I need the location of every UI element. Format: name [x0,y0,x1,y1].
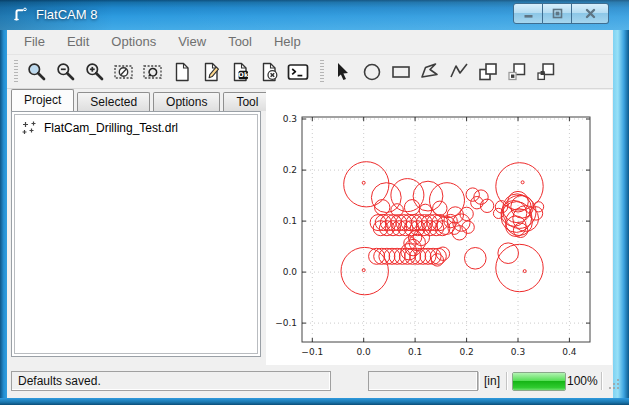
drill-circles [341,162,544,295]
status-separator [601,372,602,390]
tree-item-label: FlatCam_Drilling_Test.drl [44,121,178,135]
clear-plot-button[interactable] [109,58,138,86]
status-separator [478,372,479,390]
copy-shape-icon [476,60,500,84]
draw-path-icon [447,60,471,84]
progress-percent: 100% [567,371,598,391]
drill-points-icon [21,120,37,136]
menu-view[interactable]: View [167,30,217,54]
move-shape-button[interactable] [502,58,531,86]
toolbar-drag-handle[interactable] [14,60,18,84]
window-border-bottom [0,398,629,405]
svg-text:0.3: 0.3 [283,114,297,124]
copy-shape-button[interactable] [473,58,502,86]
file-ok-button[interactable]: Ok [225,58,254,86]
status-separator [506,372,507,390]
close-button[interactable] [572,3,609,24]
svg-text:0.0: 0.0 [357,347,372,357]
window-border-left [0,30,7,398]
select-pointer-button[interactable] [328,58,357,86]
zoom-fit-icon [25,60,49,84]
menu-file[interactable]: File [13,30,56,54]
status-bar: Defaults saved. [in] 100% [7,368,613,398]
tab-options[interactable]: Options [153,92,220,111]
window-title: FlatCAM 8 [36,0,97,30]
close-icon [585,8,596,19]
svg-text:0.1: 0.1 [283,216,297,226]
move-shape-icon [505,60,529,84]
tab-project[interactable]: Project [11,89,74,111]
title-bar[interactable]: FlatCAM 8 [0,0,629,30]
menu-edit[interactable]: Edit [56,30,100,54]
svg-text:0.2: 0.2 [283,165,297,175]
svg-text:0.0: 0.0 [283,267,298,277]
tree-item[interactable]: FlatCam_Drilling_Test.drl [15,115,257,141]
shell-icon [286,60,310,84]
plot-canvas[interactable]: −0.10.00.10.20.30.4−0.10.00.10.20.3 [266,90,612,365]
menu-bar: File Edit Options View Tool Help [7,30,613,55]
progress-bar-fill [513,373,565,390]
draw-rectangle-button[interactable] [386,58,415,86]
menu-tool[interactable]: Tool [217,30,263,54]
plot-toolbar-group: Ok [22,58,312,86]
minimize-icon [523,8,534,19]
file-cancel-icon [257,60,281,84]
window-border-right [613,30,629,398]
new-file-icon [170,60,194,84]
maximize-icon [552,8,563,19]
flatcam-logo-icon [12,6,29,23]
zoom-out-button[interactable] [51,58,80,86]
edit-file-icon [199,60,223,84]
svg-text:−0.1: −0.1 [275,318,297,328]
maximize-button[interactable] [543,3,572,24]
svg-text:Ok: Ok [238,71,249,79]
zoom-in-icon [83,60,107,84]
menu-help[interactable]: Help [263,30,312,54]
draw-polygon-icon [418,60,442,84]
draw-circle-button[interactable] [357,58,386,86]
status-aux-panel [368,371,478,391]
status-message: Defaults saved. [11,371,331,391]
zoom-fit-button[interactable] [22,58,51,86]
zoom-out-icon [54,60,78,84]
draw-polygon-button[interactable] [415,58,444,86]
svg-text:0.4: 0.4 [562,347,577,357]
plot-axes-frame [302,117,590,342]
edit-file-button[interactable] [196,58,225,86]
geometry-toolbar-group [328,58,560,86]
toolbar-drag-handle[interactable] [320,60,324,84]
plot-area: −0.10.00.10.20.30.4−0.10.00.10.20.3 [266,90,612,365]
left-panel-tabs: Project Selected Options Tool [7,89,274,111]
project-panel: FlatCam_Drilling_Test.drl [11,111,261,357]
new-file-button[interactable] [167,58,196,86]
shell-button[interactable] [283,58,312,86]
file-cancel-button[interactable] [254,58,283,86]
file-ok-icon: Ok [228,60,252,84]
clear-plot-icon [112,60,136,84]
window-controls [513,3,609,22]
draw-rectangle-icon [389,60,413,84]
project-tree: FlatCam_Drilling_Test.drl [14,114,258,354]
svg-text:0.3: 0.3 [511,347,525,357]
select-pointer-icon [331,60,355,84]
draw-path-button[interactable] [444,58,473,86]
resize-grip-icon[interactable] [608,375,621,388]
units-label: [in] [484,371,500,391]
main-toolbar: Ok [7,55,613,89]
progress-bar [512,372,566,391]
menu-options[interactable]: Options [100,30,167,54]
plot-gridlines [302,117,590,342]
duplicate-shape-button[interactable] [531,58,560,86]
tab-tool[interactable]: Tool [223,92,271,111]
draw-circle-icon [360,60,384,84]
svg-text:−0.1: −0.1 [301,347,323,357]
replot-button[interactable] [138,58,167,86]
svg-text:0.1: 0.1 [408,347,422,357]
zoom-in-button[interactable] [80,58,109,86]
flatcam-window: FlatCAM 8 File Edit Options View Tool He… [0,0,629,405]
tab-selected[interactable]: Selected [77,92,150,111]
svg-text:0.2: 0.2 [459,347,473,357]
duplicate-shape-icon [534,60,558,84]
minimize-button[interactable] [513,3,543,24]
replot-icon [141,60,165,84]
